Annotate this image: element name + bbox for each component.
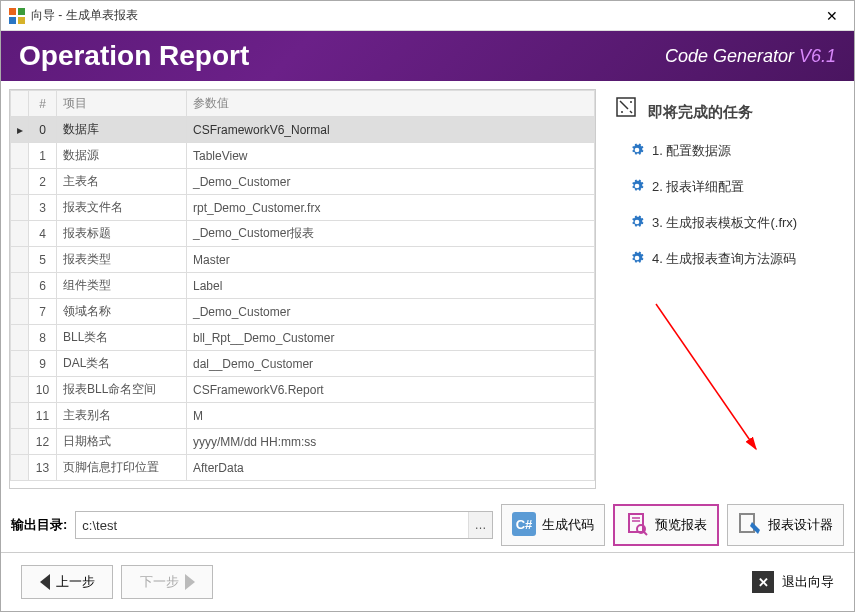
output-label: 输出目录: (11, 516, 67, 534)
cell-num: 8 (29, 325, 57, 351)
task-label: 3. 生成报表模板文件(.frx) (652, 214, 797, 232)
next-label: 下一步 (140, 573, 179, 591)
cell-num: 10 (29, 377, 57, 403)
cell-value: rpt_Demo_Customer.frx (187, 195, 595, 221)
col-name-header[interactable]: 项目 (57, 91, 187, 117)
window-titlebar: 向导 - 生成单表报表 ✕ (1, 1, 854, 31)
report-designer-button[interactable]: 报表设计器 (727, 504, 844, 546)
table-row[interactable]: 6组件类型Label (11, 273, 595, 299)
cell-value: Label (187, 273, 595, 299)
row-indicator (11, 299, 29, 325)
browse-button[interactable]: … (468, 512, 492, 538)
triangle-left-icon (40, 574, 50, 590)
table-row[interactable]: 1数据源TableView (11, 143, 595, 169)
exit-icon: ✕ (752, 571, 774, 593)
page-title: Operation Report (19, 40, 249, 72)
prev-button[interactable]: 上一步 (21, 565, 113, 599)
svg-text:C#: C# (516, 517, 533, 532)
row-indicator (11, 455, 29, 481)
prev-label: 上一步 (56, 573, 95, 591)
cell-value: yyyy/MM/dd HH:mm:ss (187, 429, 595, 455)
cell-name: 报表BLL命名空间 (57, 377, 187, 403)
gear-icon (630, 143, 644, 160)
output-dir-input[interactable] (76, 512, 468, 538)
col-value-header[interactable]: 参数值 (187, 91, 595, 117)
row-indicator (11, 273, 29, 299)
cell-value: _Demo_Customer (187, 169, 595, 195)
cell-num: 5 (29, 247, 57, 273)
preview-label: 预览报表 (655, 516, 707, 534)
table-row[interactable]: 11主表别名M (11, 403, 595, 429)
task-item: 3. 生成报表模板文件(.frx) (630, 214, 842, 232)
cell-value: bll_Rpt__Demo_Customer (187, 325, 595, 351)
cell-name: 组件类型 (57, 273, 187, 299)
table-row[interactable]: 10报表BLL命名空间CSFrameworkV6.Report (11, 377, 595, 403)
cell-value: TableView (187, 143, 595, 169)
table-row[interactable]: 3报表文件名rpt_Demo_Customer.frx (11, 195, 595, 221)
cell-name: DAL类名 (57, 351, 187, 377)
table-row[interactable]: 2主表名_Demo_Customer (11, 169, 595, 195)
exit-label: 退出向导 (782, 573, 834, 591)
cell-name: 主表名 (57, 169, 187, 195)
row-indicator (11, 403, 29, 429)
designer-label: 报表设计器 (768, 516, 833, 534)
cell-value: M (187, 403, 595, 429)
cell-value: CSFrameworkV6_Normal (187, 117, 595, 143)
row-indicator (11, 377, 29, 403)
designer-icon (738, 512, 762, 539)
cell-value: CSFrameworkV6.Report (187, 377, 595, 403)
table-row[interactable]: 4报表标题_Demo_Customer报表 (11, 221, 595, 247)
cell-num: 7 (29, 299, 57, 325)
triangle-right-icon (185, 574, 195, 590)
svg-line-14 (644, 532, 647, 535)
gear-icon (630, 179, 644, 196)
close-icon[interactable]: ✕ (809, 1, 854, 31)
row-indicator (11, 351, 29, 377)
row-indicator (11, 247, 29, 273)
exit-wizard-button[interactable]: ✕ 退出向导 (752, 571, 834, 593)
window-title: 向导 - 生成单表报表 (31, 7, 809, 24)
svg-rect-2 (9, 17, 16, 24)
grid-scroll[interactable]: # 项目 参数值 ▸0数据库CSFrameworkV6_Normal1数据源Ta… (10, 90, 595, 488)
table-row[interactable]: 5报表类型Master (11, 247, 595, 273)
row-indicator (11, 221, 29, 247)
col-indicator (11, 91, 29, 117)
task-item: 1. 配置数据源 (630, 142, 842, 160)
next-button: 下一步 (121, 565, 213, 599)
col-num-header[interactable]: # (29, 91, 57, 117)
table-row[interactable]: ▸0数据库CSFrameworkV6_Normal (11, 117, 595, 143)
cell-name: 数据源 (57, 143, 187, 169)
svg-rect-10 (629, 514, 643, 532)
table-row[interactable]: 12日期格式yyyy/MM/dd HH:mm:ss (11, 429, 595, 455)
task-item: 2. 报表详细配置 (630, 178, 842, 196)
generate-code-label: 生成代码 (542, 516, 594, 534)
csharp-icon: C# (512, 512, 536, 539)
row-indicator (11, 429, 29, 455)
cell-name: BLL类名 (57, 325, 187, 351)
cell-name: 数据库 (57, 117, 187, 143)
table-row[interactable]: 7领域名称_Demo_Customer (11, 299, 595, 325)
row-indicator (11, 169, 29, 195)
table-row[interactable]: 9DAL类名dal__Demo_Customer (11, 351, 595, 377)
cell-value: _Demo_Customer报表 (187, 221, 595, 247)
preview-icon (625, 512, 649, 539)
task-sidebar: 即将完成的任务 1. 配置数据源2. 报表详细配置3. 生成报表模板文件(.fr… (606, 89, 846, 489)
row-indicator (11, 195, 29, 221)
cell-name: 报表标题 (57, 221, 187, 247)
wand-icon (614, 95, 638, 122)
row-indicator (11, 143, 29, 169)
preview-report-button[interactable]: 预览报表 (613, 504, 719, 546)
generate-code-button[interactable]: C# 生成代码 (501, 504, 605, 546)
task-label: 4. 生成报表查询方法源码 (652, 250, 796, 268)
svg-rect-1 (18, 8, 25, 15)
task-label: 1. 配置数据源 (652, 142, 731, 160)
cell-num: 12 (29, 429, 57, 455)
cell-num: 9 (29, 351, 57, 377)
task-item: 4. 生成报表查询方法源码 (630, 250, 842, 268)
table-row[interactable]: 13页脚信息打印位置AfterData (11, 455, 595, 481)
cell-num: 13 (29, 455, 57, 481)
table-row[interactable]: 8BLL类名bll_Rpt__Demo_Customer (11, 325, 595, 351)
row-indicator (11, 325, 29, 351)
cell-num: 11 (29, 403, 57, 429)
gear-icon (630, 251, 644, 268)
